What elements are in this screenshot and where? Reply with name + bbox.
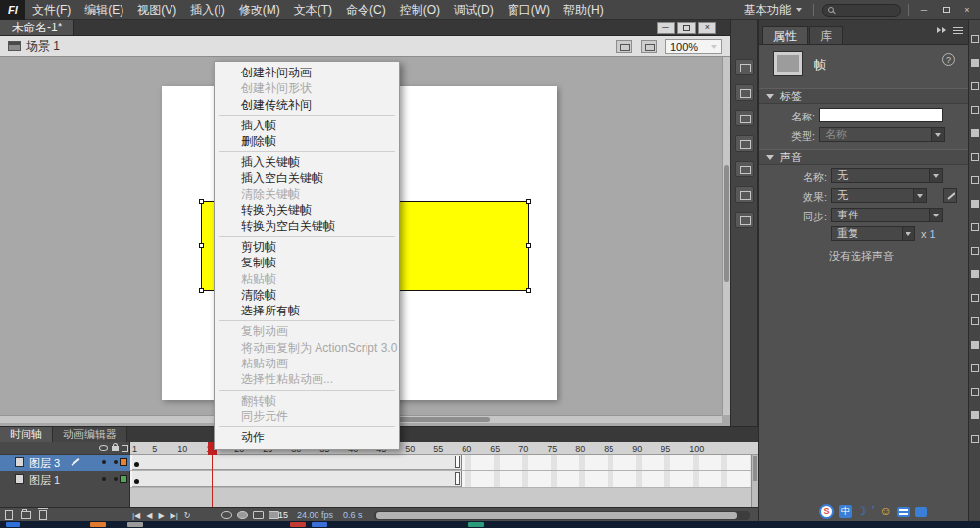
context-menu-item[interactable]: 剪切帧: [216, 239, 398, 255]
delete-layer-button[interactable]: [39, 510, 47, 520]
selection-handle[interactable]: [199, 243, 204, 248]
scrollbar-thumb[interactable]: [753, 456, 757, 481]
minimize-button[interactable]: ─: [917, 4, 931, 16]
ime-mode-icon[interactable]: 中: [839, 505, 852, 518]
keyframe-dot[interactable]: [134, 479, 139, 484]
subselection-tool-icon[interactable]: [971, 59, 979, 67]
menubar-menu[interactable]: 插入(I): [183, 0, 231, 20]
tab-timeline[interactable]: 时间轴: [0, 427, 53, 442]
eraser-tool-icon[interactable]: [971, 388, 979, 396]
collapse-to-icons-icon[interactable]: [937, 26, 946, 34]
panel-menu-icon[interactable]: [953, 27, 963, 28]
scrollbar-thumb[interactable]: [724, 165, 729, 282]
frame-row[interactable]: [130, 455, 758, 471]
section-collapse-icon[interactable]: [766, 94, 774, 99]
align-panel-icon[interactable]: [735, 59, 754, 75]
menubar-menu[interactable]: 调试(D): [447, 0, 501, 20]
context-menu-item[interactable]: 删除帧: [216, 133, 398, 149]
menubar-menu[interactable]: 编辑(E): [77, 0, 130, 20]
taskbar-item[interactable]: [468, 522, 484, 527]
edit-scene-button[interactable]: [616, 40, 632, 53]
zoom-tool-icon[interactable]: [971, 435, 979, 443]
doc-close-button[interactable]: ×: [698, 22, 716, 34]
scene-name[interactable]: 场景 1: [26, 38, 60, 55]
ime-toolbox-icon[interactable]: [915, 507, 927, 517]
menubar-menu[interactable]: 帮助(H): [557, 0, 611, 20]
context-menu-item[interactable]: 插入空白关键帧: [216, 170, 398, 186]
stage-vertical-scrollbar[interactable]: [722, 57, 730, 415]
selection-tool-icon[interactable]: [971, 35, 979, 43]
layer-lock-dot[interactable]: [114, 460, 118, 464]
context-menu-item[interactable]: 复制帧: [216, 255, 398, 270]
swatches-panel-icon[interactable]: [735, 135, 754, 152]
frame-rate-indicator[interactable]: 24.00 fps: [297, 510, 333, 520]
context-menu-item[interactable]: 插入帧: [216, 118, 398, 133]
selection-handle[interactable]: [199, 199, 204, 204]
eyedropper-tool-icon[interactable]: [971, 364, 979, 372]
line-tool-icon[interactable]: [971, 200, 979, 208]
selection-handle[interactable]: [526, 243, 531, 248]
ime-emoji-icon[interactable]: ☺: [879, 504, 891, 519]
selection-handle[interactable]: [526, 199, 531, 204]
context-menu-item[interactable]: 创建补间动画: [216, 65, 398, 80]
ime-halfmoon-icon[interactable]: ☽: [857, 504, 867, 519]
taskbar-item[interactable]: [290, 522, 306, 527]
rectangle-tool-icon[interactable]: [971, 223, 979, 231]
brush-tool-icon[interactable]: [971, 270, 979, 278]
sound-effect-dropdown[interactable]: 无: [831, 188, 927, 203]
keyframe-dot[interactable]: [134, 462, 139, 467]
tab-properties[interactable]: 属性: [762, 26, 808, 44]
layer-row[interactable]: 图层 1: [0, 471, 130, 488]
search-input[interactable]: [822, 4, 901, 17]
workspace-switcher-button[interactable]: 基本功能: [740, 2, 806, 19]
lock-all-layers-icon[interactable]: [112, 446, 119, 451]
menubar-menu[interactable]: 修改(M): [232, 0, 287, 20]
text-tool-icon[interactable]: [971, 176, 979, 184]
frame-end-marker[interactable]: [455, 472, 460, 485]
taskbar-item[interactable]: [90, 522, 106, 527]
section-header-label[interactable]: 标签: [759, 88, 968, 104]
pen-tool-icon[interactable]: [971, 153, 979, 161]
section-header-sound[interactable]: 声音: [759, 149, 968, 165]
playback-button[interactable]: ◀: [146, 511, 152, 520]
ime-punctuation-icon[interactable]: ’: [872, 504, 875, 519]
menubar-menu[interactable]: 窗口(W): [501, 0, 557, 20]
sound-repeat-dropdown[interactable]: 重复: [831, 226, 915, 241]
context-menu-item[interactable]: 插入关键帧: [216, 154, 398, 169]
layer-row[interactable]: 图层 3: [0, 455, 130, 471]
frames-area[interactable]: 1510152025303540455055606570758085909510…: [130, 442, 758, 507]
3d-rotation-tool-icon[interactable]: [971, 106, 979, 114]
deco-tool-icon[interactable]: [971, 294, 979, 302]
selection-handle[interactable]: [199, 288, 204, 293]
menubar-menu[interactable]: 文件(F): [25, 0, 77, 20]
motion-presets-panel-icon[interactable]: [735, 212, 754, 228]
layer-outline-color-swatch[interactable]: [120, 458, 127, 466]
layer-outline-color-swatch[interactable]: [120, 475, 127, 483]
help-icon[interactable]: ?: [942, 53, 955, 66]
onion-skin-outlines-icon[interactable]: [253, 511, 264, 519]
document-tab[interactable]: 未命名-1*: [0, 20, 74, 35]
timeline-horizontal-scrollbar[interactable]: [374, 511, 750, 520]
outline-all-layers-icon[interactable]: [122, 445, 128, 452]
edit-symbols-button[interactable]: [641, 40, 657, 53]
frame-span[interactable]: [132, 471, 462, 487]
onion-skin-icon[interactable]: [237, 511, 248, 519]
current-frame-indicator[interactable]: 15: [278, 510, 288, 520]
lasso-tool-icon[interactable]: [971, 129, 979, 137]
scrollbar-thumb[interactable]: [376, 512, 737, 519]
sogou-logo-icon[interactable]: S: [819, 504, 834, 519]
hand-tool-icon[interactable]: [971, 411, 979, 419]
section-collapse-icon[interactable]: [766, 155, 774, 160]
doc-restore-button[interactable]: [677, 22, 696, 34]
playback-button[interactable]: ▶: [158, 511, 164, 520]
code-snippets-panel-icon[interactable]: [735, 186, 754, 203]
zoom-level-dropdown[interactable]: 100%: [665, 39, 722, 54]
center-frame-icon[interactable]: [221, 511, 232, 519]
layer-lock-dot[interactable]: [114, 477, 118, 481]
taskbar-item[interactable]: [127, 522, 143, 527]
paint-bucket-tool-icon[interactable]: [971, 341, 979, 349]
restore-button[interactable]: [939, 4, 953, 16]
transform-panel-icon[interactable]: [735, 161, 754, 177]
show-hide-all-layers-icon[interactable]: [99, 445, 108, 451]
edit-sound-envelope-button[interactable]: [943, 188, 957, 203]
